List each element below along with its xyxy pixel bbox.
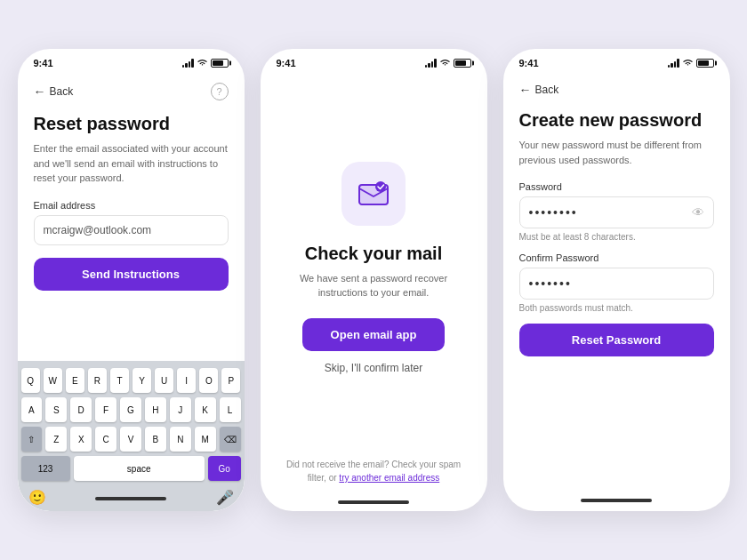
mail-title: Check your mail — [305, 244, 443, 264]
home-indicator-2 — [338, 500, 409, 504]
home-indicator-3 — [581, 499, 652, 502]
key-e[interactable]: E — [66, 368, 84, 393]
key-a[interactable]: A — [21, 397, 43, 422]
battery-icon — [211, 59, 229, 68]
key-g[interactable]: G — [120, 397, 141, 422]
phone-create-password: 9:41 ← Back — [503, 49, 730, 511]
signal-icon-3 — [668, 59, 679, 68]
back-label-3: Back — [535, 84, 559, 96]
key-f[interactable]: F — [95, 397, 116, 422]
status-bar-1: 9:41 — [18, 49, 245, 72]
key-s[interactable]: S — [45, 397, 67, 422]
status-time-1: 9:41 — [34, 58, 53, 68]
nav-bar-3: ← Back — [519, 83, 714, 97]
phone1-content: ← Back ? Reset password Enter the email … — [18, 72, 245, 361]
key-d[interactable]: D — [70, 397, 92, 422]
status-bar-3: 9:41 — [503, 49, 730, 72]
password-label: Password — [519, 181, 714, 192]
battery-icon-2 — [454, 59, 471, 68]
key-h[interactable]: H — [145, 397, 166, 422]
key-space[interactable]: space — [74, 456, 205, 481]
confirm-dots: ••••••• — [529, 276, 572, 291]
status-time-2: 9:41 — [277, 58, 296, 68]
key-x[interactable]: X — [70, 427, 92, 452]
phone-check-mail: 9:41 — [261, 49, 487, 511]
password-input[interactable]: •••••••• 👁 — [519, 196, 714, 228]
keyboard-bottom-row: 🙂 🎤 — [21, 485, 241, 508]
key-q[interactable]: Q — [21, 368, 40, 393]
phone-reset-password: 9:41 ← Back — [18, 49, 245, 511]
back-button-3[interactable]: ← Back — [519, 83, 559, 97]
key-c[interactable]: C — [95, 427, 116, 452]
key-o[interactable]: O — [199, 368, 218, 393]
confirm-password-label: Confirm Password — [519, 252, 714, 263]
reset-password-button[interactable]: Reset Password — [519, 324, 714, 356]
keyboard-row-4: 123 space Go — [21, 456, 241, 481]
nav-bar-1: ← Back ? — [34, 83, 229, 100]
send-instructions-button[interactable]: Send Instructions — [34, 258, 229, 291]
wifi-icon-3 — [682, 59, 694, 68]
open-email-button[interactable]: Open email app — [302, 318, 445, 351]
key-m[interactable]: M — [195, 427, 216, 452]
home-indicator-1 — [95, 497, 166, 500]
back-button-1[interactable]: ← Back — [34, 84, 74, 99]
password-dots: •••••••• — [529, 205, 578, 220]
mic-key[interactable]: 🎤 — [216, 489, 234, 506]
skip-link[interactable]: Skip, I'll confirm later — [325, 362, 422, 374]
key-i[interactable]: I — [177, 368, 196, 393]
key-p[interactable]: P — [221, 368, 240, 393]
reset-password-title: Reset password — [34, 113, 229, 134]
back-label-1: Back — [50, 85, 74, 98]
email-value: mcraigw@outlook.com — [44, 224, 152, 236]
key-go[interactable]: Go — [208, 456, 241, 481]
key-v[interactable]: V — [120, 427, 141, 452]
confirm-password-input[interactable]: ••••••• — [519, 268, 714, 300]
key-z[interactable]: Z — [45, 427, 67, 452]
status-icons-3 — [668, 59, 714, 68]
status-bar-2: 9:41 — [261, 49, 487, 72]
back-arrow-icon: ← — [34, 84, 46, 99]
keyboard-row-3: ⇧ Z X C V B N M ⌫ — [21, 427, 241, 452]
key-y[interactable]: Y — [133, 368, 151, 393]
keyboard-row-2: A S D F G H J K L — [21, 397, 241, 422]
status-icons-2 — [425, 59, 471, 68]
emoji-key[interactable]: 🙂 — [28, 489, 46, 506]
key-n[interactable]: N — [170, 427, 191, 452]
key-l[interactable]: L — [220, 397, 241, 422]
key-w[interactable]: W — [44, 368, 62, 393]
eye-icon[interactable]: 👁 — [692, 205, 704, 220]
email-input[interactable]: mcraigw@outlook.com — [34, 215, 229, 245]
back-arrow-icon-3: ← — [519, 83, 532, 97]
mail-envelope-icon — [356, 176, 391, 212]
key-t[interactable]: T — [110, 368, 129, 393]
status-icons-1 — [182, 59, 229, 68]
mail-icon-container — [341, 162, 406, 226]
keyboard-row-1: Q W E R T Y U I O P — [21, 368, 241, 393]
wifi-icon-2 — [439, 59, 451, 68]
key-j[interactable]: J — [170, 397, 191, 422]
wifi-icon — [197, 59, 208, 68]
create-password-subtitle: Your new password must be different from… — [519, 138, 714, 167]
mail-screen: Check your mail We have sent a password … — [261, 72, 487, 458]
status-time-3: 9:41 — [519, 58, 539, 68]
key-shift[interactable]: ⇧ — [21, 427, 43, 452]
key-numbers[interactable]: 123 — [21, 456, 70, 481]
key-b[interactable]: B — [145, 427, 166, 452]
footer-link[interactable]: try another email address — [339, 473, 439, 483]
key-delete[interactable]: ⌫ — [220, 427, 241, 452]
key-k[interactable]: K — [195, 397, 216, 422]
help-button[interactable]: ? — [211, 83, 229, 100]
password-hint: Must be at least 8 characters. — [519, 232, 714, 242]
create-password-title: Create new password — [519, 109, 714, 131]
key-r[interactable]: R — [88, 368, 107, 393]
key-u[interactable]: U — [155, 368, 173, 393]
email-label: Email address — [34, 200, 229, 211]
signal-icon-2 — [425, 59, 437, 68]
reset-password-subtitle: Enter the email associated with your acc… — [34, 141, 229, 186]
signal-icon — [182, 59, 194, 68]
footer-text: Did not receive the email? Check your sp… — [261, 458, 487, 497]
confirm-hint: Both passwords must match. — [519, 303, 714, 313]
phone3-content: ← Back Create new password Your new pass… — [503, 72, 730, 369]
mail-subtitle: We have sent a password recover instruct… — [278, 271, 470, 300]
battery-icon-3 — [696, 59, 714, 68]
